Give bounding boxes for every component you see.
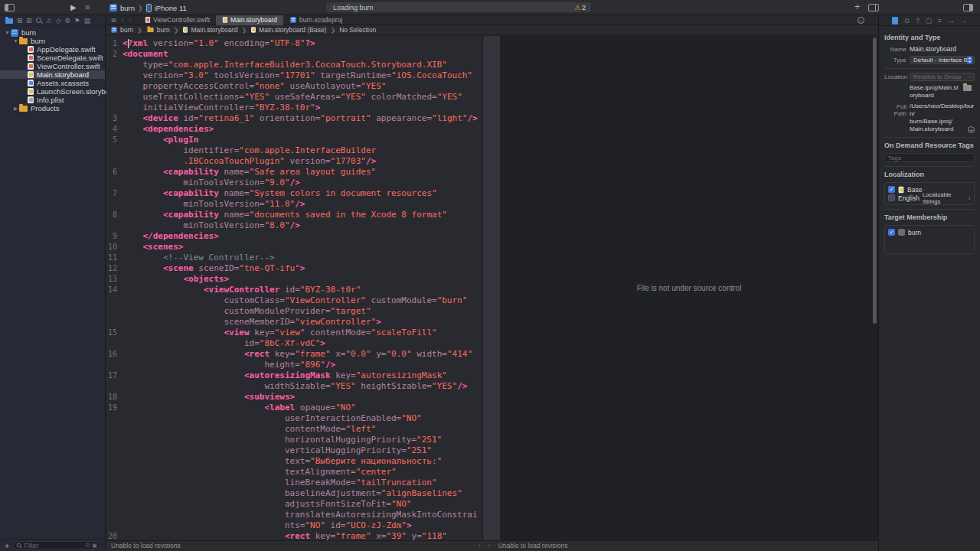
add-file-button[interactable]: + xyxy=(5,541,9,550)
choose-folder-icon[interactable] xyxy=(963,85,972,91)
close-split-icon[interactable]: – xyxy=(858,17,864,24)
navigator-sidebar: ⊠⊞⚠◇⚙⚑▤ ▼burn▼burnAppDelegate.swiftScene… xyxy=(0,15,106,551)
sidebar-item-burn[interactable]: ▼burn xyxy=(0,28,105,37)
name-value[interactable]: Main.storyboard xyxy=(910,45,975,53)
code-text: useTraitCollections="YES" useSafeAreas="… xyxy=(122,92,462,103)
location-dropdown[interactable]: Relative to Group ↕ xyxy=(910,73,975,81)
sidebar-item-info-plist[interactable]: Info.plist xyxy=(0,96,105,104)
sidebar-item-launchscreen-storyboard[interactable]: LaunchScreen.storyboard xyxy=(0,87,105,96)
sidebar-item-burn[interactable]: ▼burn xyxy=(0,37,105,45)
next-revision-icon[interactable]: › xyxy=(488,541,491,551)
find-navigator-icon[interactable] xyxy=(35,17,42,24)
folder-file-icon xyxy=(19,38,28,44)
symbol-navigator-icon[interactable]: ⊞ xyxy=(26,15,31,26)
sidebar-item-main-storyboard[interactable]: Main.storyboard xyxy=(0,70,105,79)
navigator-filter-bar: + Filter ⊙ ▣ xyxy=(0,539,105,551)
tab-burn-xcodeproj[interactable]: burn.xcodeproj xyxy=(283,15,348,25)
checkbox-checked-icon[interactable]: ✓ xyxy=(888,186,895,193)
breadcrumb-item-main-storyboard[interactable]: Main.storyboard xyxy=(182,26,237,34)
code-line: 18 <subviews> xyxy=(106,392,482,403)
connections-inspector-tab[interactable]: → xyxy=(960,15,967,26)
localization-type-dropdown[interactable]: Localizable Strings ↕ xyxy=(923,191,971,205)
library-button[interactable]: + xyxy=(854,0,861,15)
sb-file-icon xyxy=(251,27,256,32)
breadcrumb[interactable]: burn❯burn❯Main.storyboard❯Main.storyboar… xyxy=(106,25,878,35)
inspector-toggle-icon[interactable] xyxy=(963,4,973,11)
plist-file-icon xyxy=(28,96,34,104)
filter-input[interactable]: Filter ⊙ ▣ xyxy=(12,541,100,549)
navigator-toggle-icon[interactable] xyxy=(5,4,15,11)
disclosure-closed-icon[interactable]: ▶ xyxy=(12,106,19,112)
text-cursor xyxy=(128,39,129,48)
line-number xyxy=(106,338,122,349)
file-label: ViewController.swift xyxy=(37,62,100,70)
debug-navigator-icon[interactable]: ⚙ xyxy=(64,15,70,26)
localization-row-english[interactable]: English Localizable Strings ↕ xyxy=(888,194,971,202)
issue-navigator-icon[interactable]: ⚠ xyxy=(46,15,52,26)
project-navigator-icon[interactable] xyxy=(5,18,13,24)
code-text: <view key="view" contentMode="scaleToFil… xyxy=(122,328,437,338)
code-line: customModuleProvider="target" xyxy=(106,306,482,317)
scrollbar[interactable] xyxy=(873,37,877,324)
checkbox-unchecked-icon[interactable] xyxy=(888,194,895,201)
code-text: minToolsVersion="8.0"/> xyxy=(122,220,300,231)
run-button[interactable]: ▶ xyxy=(70,0,77,15)
source-control-navigator-icon[interactable]: ⊠ xyxy=(17,15,22,26)
sidebar-item-appdelegate-swift[interactable]: AppDelegate.swift xyxy=(0,45,105,54)
jump-to-path-icon[interactable]: ➔ xyxy=(968,126,975,133)
localization-label: Base xyxy=(907,186,922,194)
tab-viewcontroller-swift[interactable]: ViewController.swift xyxy=(139,15,216,25)
code-line: 2<document xyxy=(106,49,482,60)
line-number xyxy=(106,424,122,435)
editor-options-icon[interactable] xyxy=(868,4,879,11)
code-text: <?xml version="1.0" encoding="UTF-8"?> xyxy=(122,38,315,49)
activity-status-text: Loading burn xyxy=(333,4,574,11)
breadcrumb-item-no-selection[interactable]: No Selection xyxy=(339,26,376,34)
sidebar-item-scenedelegate-swift[interactable]: SceneDelegate.swift xyxy=(0,54,105,62)
breadcrumb-item-burn[interactable]: burn xyxy=(146,26,170,34)
forward-icon[interactable]: › xyxy=(129,17,131,24)
back-icon[interactable]: ‹ xyxy=(122,17,124,24)
report-navigator-icon[interactable]: ▤ xyxy=(84,15,90,26)
file-label: Products xyxy=(31,104,60,112)
prev-revision-icon[interactable]: ‹ xyxy=(479,541,481,551)
tab-main-storyboard[interactable]: Main.storyboard xyxy=(216,15,283,25)
proj-file-icon xyxy=(290,17,296,23)
test-navigator-icon[interactable]: ◇ xyxy=(56,15,61,26)
checkbox-checked-icon[interactable]: ✓ xyxy=(888,229,895,236)
file-inspector-tab[interactable] xyxy=(892,17,898,24)
disclosure-open-icon[interactable]: ▼ xyxy=(12,38,19,44)
disclosure-open-icon[interactable]: ▼ xyxy=(4,30,11,35)
code-text: .IBCocoaTouchPlugin" version="17703"/> xyxy=(122,156,376,167)
target-row-burn[interactable]: ✓ burn xyxy=(888,228,971,236)
code-text: initialViewController="BYZ-38-t0r"> xyxy=(122,103,320,113)
recent-files-filter-icon[interactable]: ⊙ xyxy=(86,542,90,549)
editor-status-bar: Unable to load revisions ‹ › Unable to l… xyxy=(106,540,878,551)
warning-badge[interactable]: ⚠ 2 xyxy=(574,4,586,11)
breakpoint-navigator-icon[interactable]: ⚑ xyxy=(74,15,80,26)
code-text: customClass="ViewController" customModul… xyxy=(122,295,467,306)
attributes-inspector-tab[interactable]: ≡ xyxy=(938,15,942,26)
sidebar-item-products[interactable]: ▶Products xyxy=(0,104,105,112)
scheme-selector[interactable]: burn ❯ iPhone 11 xyxy=(109,0,187,15)
breadcrumb-item-main-storyboard-base-[interactable]: Main.storyboard (Base) xyxy=(250,26,326,34)
type-dropdown[interactable]: Default - Interface Builder... ▲▼ xyxy=(910,56,975,64)
type-dropdown-value: Default - Interface Builder... xyxy=(913,57,967,64)
file-inspector: Identity and Type Name Main.storyboard T… xyxy=(879,26,980,551)
line-number: 19 xyxy=(106,403,122,413)
file-label: SceneDelegate.swift xyxy=(37,54,103,62)
source-code-pane[interactable]: 1<?xml version="1.0" encoding="UTF-8"?>2… xyxy=(106,36,482,540)
stop-button[interactable]: ◼ xyxy=(85,0,90,15)
sidebar-item-assets-xcassets[interactable]: Assets.xcassets xyxy=(0,79,105,87)
source-control-filter-icon[interactable]: ▣ xyxy=(92,542,97,549)
history-inspector-tab[interactable]: ⊙ xyxy=(904,15,910,26)
breadcrumb-item-burn[interactable]: burn xyxy=(110,26,133,34)
tags-input[interactable]: Tags xyxy=(884,153,975,162)
line-number xyxy=(106,295,122,306)
identity-inspector-tab[interactable]: ▢ xyxy=(926,15,932,26)
related-items-icon[interactable]: ⊞ xyxy=(111,17,116,24)
size-inspector-tab[interactable]: ↔ xyxy=(948,15,955,26)
sidebar-item-viewcontroller-swift[interactable]: ViewController.swift xyxy=(0,62,105,70)
assets-file-icon xyxy=(28,80,34,87)
quick-help-inspector-tab[interactable]: ? xyxy=(916,15,920,26)
